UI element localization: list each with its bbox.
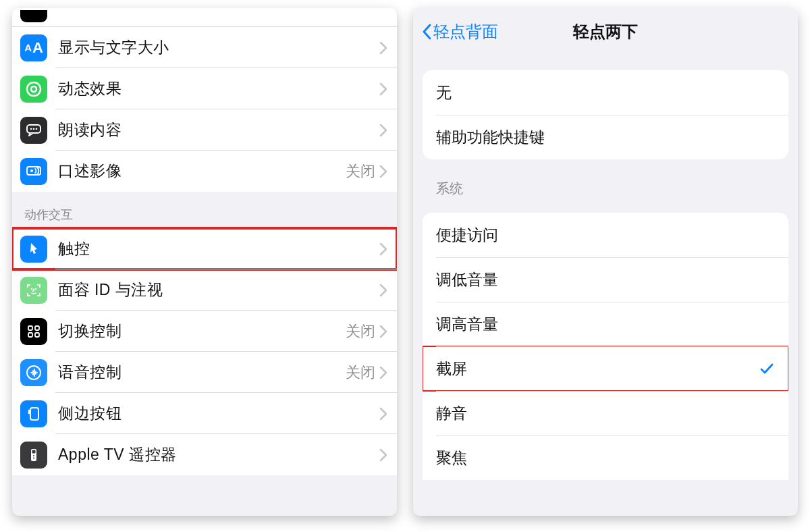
row-apple-tv-remote[interactable]: Apple TV 遥控器 xyxy=(12,434,397,475)
svg-point-7 xyxy=(30,169,33,172)
row-value: 关闭 xyxy=(346,363,375,383)
interaction-group: 触控 面容 ID 与注视 切换控制 xyxy=(12,228,397,475)
group-header-interaction: 动作交互 xyxy=(12,192,397,228)
audio-desc-icon xyxy=(20,158,47,185)
row-label: 面容 ID 与注视 xyxy=(58,280,379,300)
row-label: 触控 xyxy=(58,238,379,259)
svg-rect-11 xyxy=(35,326,39,330)
row-switch-control[interactable]: 切换控制 关闭 xyxy=(12,311,397,352)
chevron-right-icon xyxy=(379,242,387,256)
option-label: 辅助功能快捷键 xyxy=(436,127,775,148)
row-label: Apple TV 遥控器 xyxy=(58,444,379,465)
option-label: 无 xyxy=(436,82,775,103)
option-label: 截屏 xyxy=(436,358,759,379)
row-voice-control[interactable]: 语音控制 关闭 xyxy=(12,352,397,393)
option-label: 聚焦 xyxy=(436,448,775,469)
back-button[interactable]: 轻点背面 xyxy=(421,21,498,43)
option-label: 静音 xyxy=(436,403,775,424)
chevron-right-icon xyxy=(379,41,387,55)
row-side-button[interactable]: 侧边按钮 xyxy=(12,393,397,434)
option-label: 调低音量 xyxy=(436,269,775,290)
svg-rect-10 xyxy=(28,326,32,330)
row-spoken-content[interactable]: 朗读内容 xyxy=(12,109,397,151)
nav-bar: 轻点背面 轻点两下 xyxy=(413,8,798,55)
row-label: 切换控制 xyxy=(58,321,346,342)
svg-rect-15 xyxy=(30,408,38,420)
svg-point-14 xyxy=(27,366,40,379)
row-display-text-size[interactable]: AA 显示与文字大小 xyxy=(12,27,397,68)
back-label: 轻点背面 xyxy=(433,21,498,43)
option-spotlight[interactable]: 聚焦 xyxy=(423,435,788,480)
settings-accessibility-panel: AA 显示与文字大小 动态效果 xyxy=(12,8,397,516)
speech-bubble-icon xyxy=(20,117,47,144)
svg-point-1 xyxy=(31,86,36,92)
option-label: 调高音量 xyxy=(436,314,775,335)
options-group-system: 便捷访问 调低音量 调高音量 截屏 静音 聚焦 xyxy=(423,213,788,480)
checkmark-icon xyxy=(759,361,775,377)
chevron-right-icon xyxy=(379,165,387,178)
option-none[interactable]: 无 xyxy=(423,70,788,115)
svg-point-9 xyxy=(35,288,36,289)
option-reachability[interactable]: 便捷访问 xyxy=(423,213,788,257)
row-label: 显示与文字大小 xyxy=(58,37,379,58)
svg-rect-12 xyxy=(28,333,32,337)
row-label: 朗读内容 xyxy=(58,119,379,140)
option-mute[interactable]: 静音 xyxy=(423,391,788,435)
row-label: 口述影像 xyxy=(58,161,346,182)
svg-rect-13 xyxy=(35,333,39,337)
option-screenshot[interactable]: 截屏 xyxy=(423,346,788,391)
chevron-right-icon xyxy=(379,366,387,379)
option-accessibility-shortcut[interactable]: 辅助功能快捷键 xyxy=(423,115,788,159)
svg-point-19 xyxy=(33,457,34,458)
apple-tv-icon xyxy=(20,442,47,469)
chevron-right-icon xyxy=(379,407,387,421)
row-value: 关闭 xyxy=(346,161,375,182)
side-button-icon xyxy=(20,400,47,427)
row-label: 动态效果 xyxy=(58,78,379,99)
touch-icon xyxy=(20,236,47,263)
switch-control-icon xyxy=(20,318,47,345)
svg-point-3 xyxy=(30,128,32,130)
chevron-right-icon xyxy=(379,82,387,96)
chevron-right-icon xyxy=(379,284,387,297)
chevron-right-icon xyxy=(379,124,387,137)
chevron-right-icon xyxy=(379,448,387,462)
row-label: 侧边按钮 xyxy=(58,403,379,424)
svg-point-4 xyxy=(33,128,35,130)
chevron-left-icon xyxy=(421,23,432,41)
vision-group: AA 显示与文字大小 动态效果 xyxy=(12,27,397,192)
partial-row-top xyxy=(12,8,397,27)
svg-point-0 xyxy=(27,82,40,96)
row-touch[interactable]: 触控 xyxy=(12,228,397,269)
back-tap-detail-panel: 轻点背面 轻点两下 无 辅助功能快捷键 系统 便捷访问 调低音量 调高音量 xyxy=(413,8,798,516)
row-faceid[interactable]: 面容 ID 与注视 xyxy=(12,269,397,311)
svg-point-8 xyxy=(31,288,32,289)
row-label: 语音控制 xyxy=(58,362,346,383)
faceid-icon xyxy=(20,277,47,304)
voice-control-icon xyxy=(20,359,47,386)
svg-rect-17 xyxy=(32,450,36,453)
voiceover-icon-stub xyxy=(20,10,47,22)
text-size-icon: AA xyxy=(20,34,47,61)
row-audio-description[interactable]: 口述影像 关闭 xyxy=(12,151,397,192)
option-label: 便捷访问 xyxy=(436,225,775,246)
motion-icon xyxy=(20,76,47,103)
group-header-system: 系统 xyxy=(436,180,798,198)
chevron-right-icon xyxy=(379,325,387,338)
row-value: 关闭 xyxy=(346,321,375,342)
option-volume-up[interactable]: 调高音量 xyxy=(423,302,788,346)
options-group-default: 无 辅助功能快捷键 xyxy=(423,70,788,159)
option-volume-down[interactable]: 调低音量 xyxy=(423,257,788,302)
svg-point-18 xyxy=(33,455,34,456)
svg-point-5 xyxy=(36,128,38,130)
row-motion[interactable]: 动态效果 xyxy=(12,68,397,109)
